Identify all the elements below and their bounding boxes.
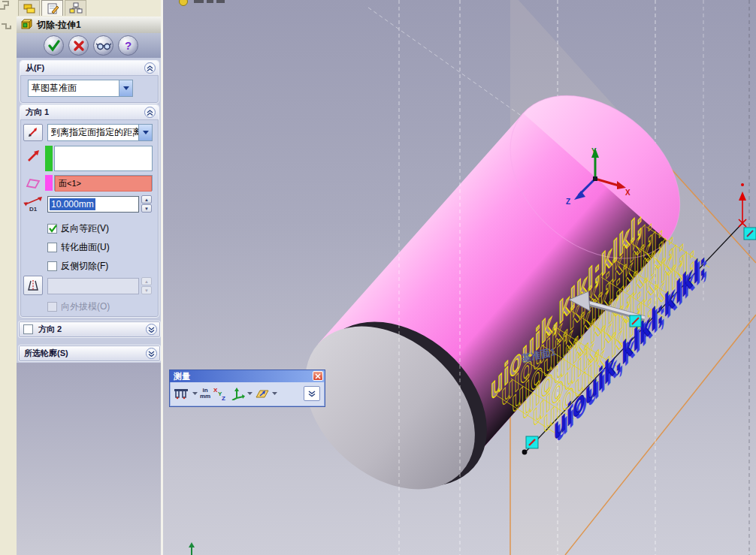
close-button[interactable] (313, 371, 323, 381)
start-condition-value: 草图基准面 (32, 82, 119, 95)
eyeglasses-icon (96, 41, 111, 51)
feature-header: 切除-拉伸1 (17, 17, 161, 34)
chevron-down-icon (247, 392, 253, 396)
face-reference-swatch (45, 175, 53, 191)
start-condition-combo[interactable]: 草图基准面 (28, 80, 133, 97)
triad-dropdown-arrow[interactable] (247, 392, 253, 396)
spin-up-icon[interactable]: ▲ (141, 195, 152, 204)
chevron-down-icon (272, 392, 277, 396)
left-toolbar-strip (0, 0, 17, 555)
direction2-title: 方向 2 (38, 324, 62, 335)
tab-property-manager[interactable] (41, 0, 63, 16)
depth-spinner[interactable]: ▲ ▼ (141, 195, 152, 213)
end-condition-combo[interactable]: 到离指定面指定的距离 (47, 124, 153, 141)
measure-titlebar[interactable]: 测量 (170, 370, 325, 382)
draft-outward-checkbox (47, 302, 57, 312)
check-icon (48, 224, 58, 234)
viewport-scene: Y X Z uiouik,klkl;klkl; uiouik,klkl;klkl… (163, 0, 756, 555)
question-mark-icon: ? (125, 39, 132, 52)
selected-contours-bar[interactable]: 所选轮廓(S) (18, 345, 161, 362)
translate-surface-label[interactable]: 转化曲面(U) (61, 241, 110, 254)
dimension-arrow-red[interactable] (739, 183, 746, 227)
detailed-preview-button[interactable] (93, 35, 113, 56)
expand-direction2-button[interactable] (146, 324, 157, 335)
translate-surface-checkbox[interactable] (47, 243, 57, 252)
triad-x-label: X (625, 189, 631, 197)
xyz-button[interactable]: X Y Z (213, 386, 228, 401)
document-pencil-icon (46, 2, 59, 15)
tab-feature-manager[interactable] (18, 0, 40, 16)
triad-y-label: Y (591, 147, 597, 155)
draft-button[interactable] (23, 276, 43, 295)
spin-down-icon[interactable]: ▼ (141, 204, 152, 213)
svg-text:D1: D1 (29, 206, 38, 212)
property-manager-panel: 切除-拉伸1 ? (17, 0, 161, 555)
flip-offset-checkbox[interactable] (47, 224, 57, 234)
panel-body: 从(F) 草图基准面 方向 1 (17, 58, 161, 363)
spin-down-icon: ▼ (141, 286, 152, 294)
cancel-button[interactable] (68, 35, 89, 56)
face-profile-icon (25, 177, 41, 189)
combo-arrow[interactable] (138, 125, 152, 140)
spin-up-icon: ▲ (141, 277, 152, 285)
units-mm-label: mm (200, 394, 210, 400)
panel-empty-area (17, 363, 161, 555)
direction1-group-header[interactable]: 方向 1 (20, 105, 159, 120)
combo-arrow[interactable] (119, 80, 132, 96)
measure-toolbar[interactable]: 测量 in mm (169, 369, 325, 407)
flip-side-row: 反侧切除(F) (47, 260, 108, 272)
selected-face-row[interactable]: 面<1> (55, 176, 152, 192)
feature-title: 切除-拉伸1 (37, 19, 81, 32)
triad-z-label: Z (566, 198, 570, 206)
draft-angle-icon (26, 279, 40, 292)
flip-offset-label[interactable]: 反向等距(V) (61, 222, 109, 235)
draft-spinner: ▲ ▼ (141, 277, 152, 294)
depth-input[interactable]: 10.000mm (47, 196, 139, 213)
reverse-direction-button[interactable] (23, 124, 43, 141)
offset-distance-icon: D1 (23, 195, 43, 212)
action-button-bar: ? (17, 33, 161, 59)
plane-dropdown-arrow[interactable] (272, 392, 277, 396)
draft-outward-label: 向外拔模(O) (61, 300, 110, 313)
chevron-down-icon (143, 131, 149, 134)
selected-contours-title: 所选轮廓(S) (24, 348, 68, 359)
triad-icon (230, 387, 245, 400)
tab-configuration-manager[interactable] (65, 0, 86, 16)
collapse-from-button[interactable] (144, 62, 156, 74)
graphics-viewport[interactable]: Y X Z uiouik,klkl;klkl; uiouik,klkl;klkl… (163, 0, 756, 555)
measure-caliper-button[interactable] (174, 387, 190, 400)
flip-side-checkbox[interactable] (47, 261, 57, 271)
from-group-title: 从(F) (26, 62, 44, 74)
cross-icon (73, 40, 85, 52)
units-button[interactable]: in mm (200, 388, 210, 400)
double-chevron-down-icon (148, 351, 155, 357)
flip-side-label[interactable]: 反侧切除(F) (61, 260, 108, 273)
expand-contours-button[interactable] (146, 348, 157, 359)
help-button[interactable]: ? (118, 35, 138, 56)
chevron-up-icon (147, 110, 153, 116)
chevron-down-icon (123, 86, 129, 90)
xyz-icon: X Y Z (213, 386, 228, 401)
clipped-feature-callout (180, 0, 225, 6)
expand-toolbar-button[interactable] (304, 386, 320, 401)
clipped-sketch-tool-icons (0, 0, 17, 45)
hierarchy-icon (69, 2, 83, 14)
drag-handle-cyan-mid[interactable] (630, 315, 641, 327)
ok-button[interactable] (44, 35, 64, 56)
projection-plane-button[interactable] (255, 387, 270, 400)
drag-handle-cyan-right[interactable] (744, 228, 756, 240)
direction2-checkbox[interactable] (23, 324, 33, 334)
depth-value: 10.000mm (50, 198, 95, 210)
direction1-group: 方向 1 到离指定面指定的距离 (20, 104, 159, 318)
from-group-header[interactable]: 从(F) (20, 61, 159, 76)
measure-triad-button[interactable] (230, 387, 245, 400)
caliper-dropdown-arrow[interactable] (192, 392, 198, 396)
reverse-direction-icon (27, 127, 39, 138)
direction-reference-box[interactable] (54, 146, 153, 171)
collapse-direction1-button[interactable] (144, 107, 156, 118)
translate-surface-row: 转化曲面(U) (47, 241, 110, 253)
face-reference-box[interactable]: 面<1> (54, 175, 153, 191)
solidworks-window: 切除-拉伸1 ? (0, 0, 756, 555)
direction2-bar[interactable]: 方向 2 (18, 321, 161, 338)
end-condition-value: 到离指定面指定的距离 (51, 126, 138, 139)
